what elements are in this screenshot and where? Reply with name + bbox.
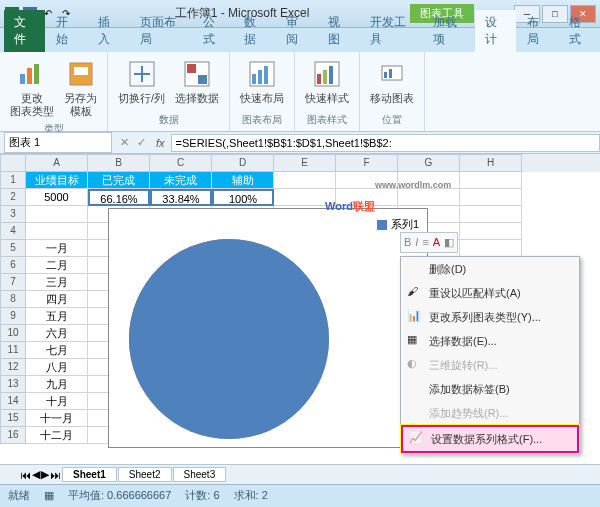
- tab-home[interactable]: 开始: [46, 10, 87, 52]
- cell[interactable]: 九月: [26, 376, 88, 393]
- row-header[interactable]: 11: [0, 342, 26, 359]
- ctx-reset-style[interactable]: 🖌重设以匹配样式(A): [401, 281, 579, 305]
- cell[interactable]: 六月: [26, 325, 88, 342]
- tab-addin[interactable]: 加载项: [423, 10, 474, 52]
- cell[interactable]: 十一月: [26, 410, 88, 427]
- cell[interactable]: 十二月: [26, 427, 88, 444]
- cell[interactable]: 已完成: [88, 172, 150, 189]
- cell[interactable]: [460, 223, 522, 240]
- cell[interactable]: 四月: [26, 291, 88, 308]
- tab-view[interactable]: 视图: [318, 10, 359, 52]
- mini-toolbar[interactable]: B I ≡ A ◧: [400, 232, 458, 253]
- row-header[interactable]: 7: [0, 274, 26, 291]
- quick-style-button[interactable]: 快速样式: [303, 56, 351, 107]
- cell[interactable]: 八月: [26, 359, 88, 376]
- nav-first-icon[interactable]: ⏮: [20, 469, 31, 481]
- nav-prev-icon[interactable]: ◀: [32, 468, 40, 481]
- col-header[interactable]: A: [26, 154, 88, 172]
- pie-chart[interactable]: [129, 239, 329, 439]
- change-chart-type-button[interactable]: 更改 图表类型: [8, 56, 56, 120]
- cell[interactable]: 100%: [212, 189, 274, 206]
- formula-input[interactable]: =SERIES(,Sheet1!$B$1:$D$1,Sheet1!$B$2:: [171, 134, 600, 152]
- row-header[interactable]: 2: [0, 189, 26, 206]
- ctx-add-labels[interactable]: 添加数据标签(B): [401, 377, 579, 401]
- sheet-tab-1[interactable]: Sheet1: [62, 467, 117, 482]
- switch-row-col-button[interactable]: 切换行/列: [116, 56, 167, 107]
- tab-review[interactable]: 审阅: [276, 10, 317, 52]
- cell[interactable]: [274, 172, 336, 189]
- row-header[interactable]: 16: [0, 427, 26, 444]
- cell[interactable]: [460, 172, 522, 189]
- ctx-change-type[interactable]: 📊更改系列图表类型(Y)...: [401, 305, 579, 329]
- tab-formula[interactable]: 公式: [193, 10, 234, 52]
- tab-dev[interactable]: 开发工具: [360, 10, 422, 52]
- save-template-button[interactable]: 另存为 模板: [62, 56, 99, 120]
- row-header[interactable]: 13: [0, 376, 26, 393]
- cell[interactable]: 33.84%: [150, 189, 212, 206]
- row-header[interactable]: 12: [0, 359, 26, 376]
- col-header[interactable]: G: [398, 154, 460, 172]
- col-header[interactable]: [0, 154, 26, 172]
- cell[interactable]: 二月: [26, 257, 88, 274]
- cell[interactable]: [460, 189, 522, 206]
- col-header[interactable]: H: [460, 154, 522, 172]
- tab-file[interactable]: 文件: [4, 10, 45, 52]
- cell[interactable]: 未完成: [150, 172, 212, 189]
- cell[interactable]: [26, 223, 88, 240]
- row-header[interactable]: 9: [0, 308, 26, 325]
- col-header[interactable]: E: [274, 154, 336, 172]
- ctx-select-data[interactable]: ▦选择数据(E)...: [401, 329, 579, 353]
- nav-next-icon[interactable]: ▶: [41, 468, 49, 481]
- nav-last-icon[interactable]: ⏭: [50, 469, 61, 481]
- fill-color-icon[interactable]: ◧: [444, 236, 454, 249]
- row-header[interactable]: 15: [0, 410, 26, 427]
- row-header[interactable]: 5: [0, 240, 26, 257]
- align-icon[interactable]: ≡: [422, 236, 428, 249]
- col-header[interactable]: C: [150, 154, 212, 172]
- bold-icon[interactable]: B: [404, 236, 411, 249]
- tab-pagelayout[interactable]: 页面布局: [130, 10, 192, 52]
- row-header[interactable]: 1: [0, 172, 26, 189]
- tab-data[interactable]: 数据: [234, 10, 275, 52]
- col-header[interactable]: B: [88, 154, 150, 172]
- move-chart-button[interactable]: 移动图表: [368, 56, 416, 107]
- embedded-chart[interactable]: 系列1: [108, 208, 428, 448]
- cell[interactable]: 业绩目标: [26, 172, 88, 189]
- cell[interactable]: 5000: [26, 189, 88, 206]
- sheet-tab-3[interactable]: Sheet3: [173, 467, 227, 482]
- cell[interactable]: [460, 240, 522, 257]
- row-header[interactable]: 14: [0, 393, 26, 410]
- quick-layout-button[interactable]: 快速布局: [238, 56, 286, 107]
- enter-icon[interactable]: ✓: [133, 136, 150, 149]
- cell[interactable]: [460, 206, 522, 223]
- row-header[interactable]: 8: [0, 291, 26, 308]
- cell[interactable]: 五月: [26, 308, 88, 325]
- col-header[interactable]: F: [336, 154, 398, 172]
- tab-format[interactable]: 格式: [559, 10, 600, 52]
- fx-icon[interactable]: fx: [150, 137, 171, 149]
- row-header[interactable]: 4: [0, 223, 26, 240]
- select-data-button[interactable]: 选择数据: [173, 56, 221, 107]
- row-header[interactable]: 10: [0, 325, 26, 342]
- cell[interactable]: [26, 206, 88, 223]
- cell[interactable]: 辅助: [212, 172, 274, 189]
- col-header[interactable]: D: [212, 154, 274, 172]
- cell[interactable]: 一月: [26, 240, 88, 257]
- tab-insert[interactable]: 插入: [88, 10, 129, 52]
- italic-icon[interactable]: I: [415, 236, 418, 249]
- name-box[interactable]: 图表 1: [4, 132, 112, 153]
- cell[interactable]: [398, 189, 460, 206]
- chart-legend[interactable]: 系列1: [377, 217, 419, 232]
- tab-design[interactable]: 设计: [475, 10, 516, 52]
- font-color-icon[interactable]: A: [433, 236, 440, 249]
- ctx-format-series[interactable]: 📈设置数据系列格式(F)...: [401, 425, 579, 453]
- cell[interactable]: 三月: [26, 274, 88, 291]
- row-header[interactable]: 6: [0, 257, 26, 274]
- cell[interactable]: 66.16%: [88, 189, 150, 206]
- tab-chartlayout[interactable]: 布局: [517, 10, 558, 52]
- cell[interactable]: 十月: [26, 393, 88, 410]
- ctx-delete[interactable]: 删除(D): [401, 257, 579, 281]
- sheet-tab-2[interactable]: Sheet2: [118, 467, 172, 482]
- row-header[interactable]: 3: [0, 206, 26, 223]
- cancel-icon[interactable]: ✕: [116, 136, 133, 149]
